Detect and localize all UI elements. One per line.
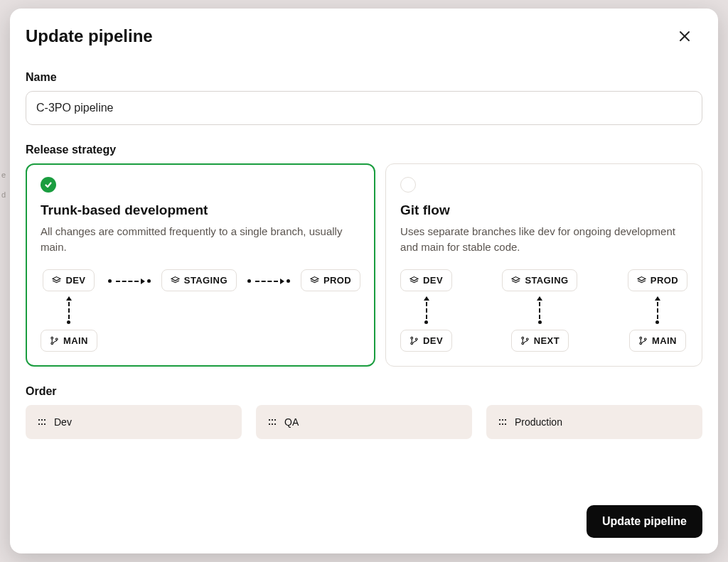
branch-pill-next: NEXT bbox=[511, 330, 569, 352]
branch-icon bbox=[638, 336, 648, 345]
horiz-connector bbox=[244, 269, 294, 293]
branch-pill-main: MAIN bbox=[41, 330, 97, 352]
horiz-connector bbox=[105, 269, 154, 293]
svg-point-32 bbox=[499, 418, 500, 420]
svg-point-36 bbox=[502, 423, 503, 424]
stack-icon bbox=[171, 276, 180, 285]
svg-point-22 bbox=[44, 418, 46, 420]
stack-icon bbox=[52, 276, 61, 285]
svg-point-11 bbox=[415, 337, 417, 340]
trunk-diagram: DEV MAIN bbox=[41, 269, 360, 352]
order-item-label: QA bbox=[284, 416, 299, 428]
svg-point-24 bbox=[41, 423, 43, 424]
svg-point-35 bbox=[499, 423, 500, 424]
pipeline-name-input[interactable] bbox=[26, 91, 702, 125]
svg-point-29 bbox=[269, 423, 270, 424]
env-pill-prod: PROD bbox=[628, 269, 687, 291]
vert-connector bbox=[536, 291, 544, 330]
svg-point-17 bbox=[640, 337, 642, 339]
stack-icon bbox=[511, 276, 520, 285]
modal-header: Update pipeline bbox=[10, 9, 718, 61]
drag-handle-icon bbox=[37, 417, 47, 427]
svg-marker-2 bbox=[53, 276, 61, 280]
svg-point-23 bbox=[38, 423, 40, 424]
svg-point-34 bbox=[505, 418, 506, 420]
stack-icon bbox=[310, 276, 319, 285]
svg-marker-8 bbox=[410, 276, 418, 280]
radio-selected-icon bbox=[41, 177, 56, 193]
branch-pill-dev: DEV bbox=[400, 330, 452, 352]
vert-connector bbox=[65, 291, 73, 330]
svg-point-26 bbox=[269, 418, 270, 420]
svg-point-18 bbox=[640, 342, 642, 344]
branch-icon bbox=[410, 336, 419, 345]
drag-handle-icon bbox=[267, 417, 277, 427]
update-pipeline-button[interactable]: Update pipeline bbox=[587, 505, 702, 538]
svg-point-28 bbox=[274, 418, 276, 420]
svg-point-33 bbox=[502, 418, 503, 420]
strategy-card-trunk[interactable]: Trunk-based development All changes are … bbox=[26, 163, 375, 367]
svg-point-15 bbox=[526, 337, 528, 340]
svg-point-21 bbox=[41, 418, 43, 420]
stack-icon bbox=[410, 276, 419, 285]
name-label: Name bbox=[26, 71, 702, 84]
branch-pill-main: MAIN bbox=[629, 330, 686, 352]
svg-marker-6 bbox=[171, 276, 179, 280]
svg-point-14 bbox=[522, 342, 524, 344]
svg-point-5 bbox=[55, 337, 58, 340]
svg-point-20 bbox=[38, 418, 40, 420]
svg-point-3 bbox=[51, 337, 53, 339]
env-pill-staging: STAGING bbox=[161, 269, 237, 291]
svg-marker-12 bbox=[512, 276, 520, 280]
strategy-desc-gitflow: Uses separate branches like dev for ongo… bbox=[400, 224, 687, 255]
modal-title: Update pipeline bbox=[26, 26, 153, 46]
svg-marker-16 bbox=[638, 276, 646, 280]
strategy-title-trunk: Trunk-based development bbox=[41, 202, 360, 218]
order-item-label: Production bbox=[515, 416, 562, 428]
env-pill-prod: PROD bbox=[301, 269, 360, 291]
env-pill-dev: DEV bbox=[400, 269, 452, 291]
order-label: Order bbox=[26, 385, 702, 398]
strategy-title-gitflow: Git flow bbox=[400, 202, 687, 218]
vert-connector bbox=[653, 291, 661, 330]
svg-point-4 bbox=[51, 342, 53, 344]
svg-point-30 bbox=[272, 423, 273, 424]
branch-icon bbox=[520, 336, 530, 345]
svg-point-31 bbox=[274, 423, 276, 424]
order-item-production[interactable]: Production bbox=[486, 405, 702, 439]
radio-unselected-icon bbox=[400, 177, 416, 193]
svg-marker-7 bbox=[311, 276, 318, 280]
svg-point-27 bbox=[272, 418, 273, 420]
modal-footer: Update pipeline bbox=[10, 491, 718, 553]
update-pipeline-modal: Update pipeline Name Release strategy bbox=[10, 9, 718, 553]
env-pill-staging: STAGING bbox=[502, 269, 577, 291]
svg-point-25 bbox=[44, 423, 46, 424]
strategy-desc-trunk: All changes are committed frequently to … bbox=[41, 224, 360, 255]
order-item-label: Dev bbox=[54, 416, 72, 428]
env-pill-dev: DEV bbox=[43, 269, 95, 291]
strategy-card-gitflow[interactable]: Git flow Uses separate branches like dev… bbox=[385, 163, 702, 367]
order-item-qa[interactable]: QA bbox=[256, 405, 472, 439]
svg-point-19 bbox=[644, 337, 646, 340]
branch-icon bbox=[50, 336, 59, 345]
svg-point-9 bbox=[411, 337, 413, 339]
svg-point-10 bbox=[411, 342, 413, 344]
order-item-dev[interactable]: Dev bbox=[26, 405, 242, 439]
close-icon bbox=[678, 30, 691, 43]
stack-icon bbox=[637, 276, 646, 285]
vert-connector bbox=[422, 291, 430, 330]
gitflow-diagram: DEV DEV bbox=[400, 269, 687, 352]
svg-point-13 bbox=[522, 337, 524, 339]
close-button[interactable] bbox=[674, 26, 695, 47]
svg-point-37 bbox=[505, 423, 506, 424]
drag-handle-icon bbox=[498, 417, 508, 427]
release-strategy-label: Release strategy bbox=[26, 144, 702, 156]
